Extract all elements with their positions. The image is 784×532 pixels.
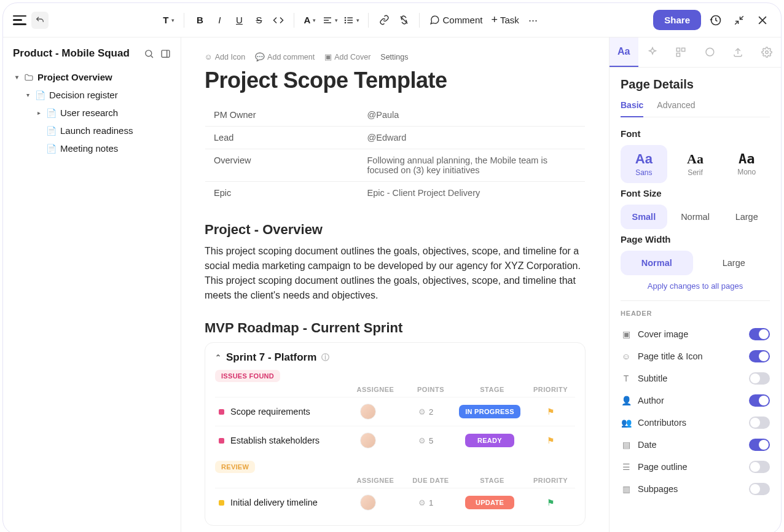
flag-icon[interactable]: ⚑ [547, 407, 555, 417]
underline-button[interactable]: U [230, 10, 248, 30]
font-option-serif[interactable]: AaSerif [672, 145, 719, 183]
apply-all-link[interactable]: Apply changes to all pages [621, 281, 770, 291]
share-button[interactable]: Share [653, 10, 701, 30]
align-menu[interactable]: ▾ [320, 10, 340, 30]
sidebar-item-label: User research [60, 108, 118, 118]
setting-date: ▤Date [621, 434, 770, 456]
fontsize-normal[interactable]: Normal [672, 205, 719, 229]
text-color-menu[interactable]: A▾ [300, 10, 319, 30]
info-val[interactable]: @Edward [359, 127, 586, 149]
stage-badge[interactable]: IN PROGRESS [459, 405, 520, 418]
toggle-outline[interactable] [749, 461, 770, 473]
info-val[interactable]: @Paula [359, 104, 586, 127]
flag-icon[interactable]: ⚑ [547, 436, 555, 445]
subtab-advanced[interactable]: Advanced [657, 100, 695, 117]
svg-point-22 [766, 51, 769, 54]
add-cover-button[interactable]: ▣Add Cover [324, 52, 370, 61]
page-settings-button[interactable]: Settings [380, 52, 408, 61]
strike-button[interactable]: S [249, 10, 268, 30]
sidebar-item-meeting-notes[interactable]: 📄 Meeting notes [33, 139, 173, 157]
panel-tab-ai[interactable] [638, 37, 667, 67]
toggle-subpages[interactable] [749, 483, 770, 495]
fontsize-large[interactable]: Large [723, 205, 770, 229]
panel-tab-export[interactable] [724, 37, 753, 67]
sidebar-item-launch-readiness[interactable]: 📄 Launch readiness [33, 122, 173, 139]
table-row[interactable]: Initial delivery timeline ⚙1 UPDATE ⚑ [215, 488, 575, 517]
comment-icon: 💬 [255, 52, 265, 61]
table-row[interactable]: Scope requirements ⚙2 IN PROGRESS ⚑ [215, 397, 575, 426]
panel-tab-comments[interactable] [696, 37, 724, 67]
avatar[interactable] [360, 495, 376, 510]
collapse-icon[interactable] [731, 12, 748, 29]
svg-line-11 [735, 21, 738, 24]
link-button[interactable] [375, 10, 393, 30]
sprint-header[interactable]: ⌃ Sprint 7 - Platform ⓘ [215, 351, 575, 364]
svg-rect-18 [677, 48, 680, 51]
group-badge-review[interactable]: REVIEW [215, 461, 255, 473]
close-icon[interactable] [754, 12, 771, 29]
task-button[interactable]: +Task [487, 11, 522, 29]
page-title[interactable]: Project Scope Template [205, 68, 586, 93]
toggle-cover-image[interactable] [749, 328, 770, 340]
add-icon-button[interactable]: ☺Add Icon [205, 52, 245, 61]
toggle-subtitle[interactable] [749, 372, 770, 385]
section-font-label: Font [621, 128, 770, 139]
menu-icon[interactable] [13, 15, 26, 25]
more-button[interactable]: ⋯ [524, 10, 543, 30]
toggle-date[interactable] [749, 439, 770, 451]
code-button[interactable] [269, 10, 288, 30]
panel-toggle-icon[interactable] [160, 49, 171, 59]
sidebar-item-decision-register[interactable]: ▾ 📄 Decision register [22, 86, 173, 104]
panel-tab-settings[interactable] [753, 37, 782, 67]
toggle-page-title[interactable] [749, 350, 770, 362]
document-main: ☺Add Icon 💬Add comment ▣Add Cover Settin… [181, 37, 609, 532]
paragraph[interactable]: This project scoping document outlines t… [205, 244, 586, 303]
svg-rect-20 [677, 53, 680, 57]
undo-button[interactable] [31, 12, 49, 29]
col-priority: PRIORITY [526, 477, 575, 484]
panel-tab-typography[interactable]: Aa [610, 37, 638, 67]
avatar[interactable] [360, 404, 376, 420]
sidebar: Product - Mobile Squad ▾ Project O [3, 37, 181, 532]
toggle-author[interactable] [749, 394, 770, 407]
heading[interactable]: Project - Overview [205, 222, 586, 238]
italic-button[interactable]: I [210, 10, 229, 30]
search-icon[interactable] [144, 49, 154, 59]
fontsize-small[interactable]: Small [621, 205, 667, 229]
info-icon[interactable]: ⓘ [321, 352, 329, 363]
comment-button[interactable]: Comment [426, 12, 486, 28]
heading[interactable]: MVP Roadmap - Current Sprint [205, 320, 586, 336]
toggle-contributors[interactable] [749, 417, 770, 429]
col-priority: PRIORITY [526, 386, 575, 393]
unlink-button[interactable] [394, 10, 413, 30]
bold-button[interactable]: B [190, 10, 209, 30]
task-name: Establish stakeholders [230, 436, 319, 445]
text-style-menu[interactable]: T▾ [159, 10, 178, 30]
sidebar-item-project-overview[interactable]: ▾ Project Overview [10, 68, 173, 86]
font-option-sans[interactable]: AaSans [621, 145, 667, 183]
add-comment-button[interactable]: 💬Add comment [255, 52, 315, 61]
sidebar-item-user-research[interactable]: ▸ 📄 User research [33, 104, 173, 122]
pagewidth-large[interactable]: Large [698, 251, 770, 275]
info-val[interactable]: Following annual planning, the Mobile te… [359, 149, 586, 182]
list-menu[interactable]: ▾ [342, 10, 362, 30]
user-icon: 👤 [621, 396, 632, 405]
history-icon[interactable] [707, 12, 724, 29]
table-header: ASSIGNEE DUE DATE STAGE PRIORITY [215, 473, 575, 488]
file-icon: 📄 [46, 144, 57, 154]
stage-badge[interactable]: UPDATE [465, 496, 514, 509]
table-row[interactable]: Establish stakeholders ⚙5 READY ⚑ [215, 426, 575, 455]
flag-icon[interactable]: ⚑ [547, 498, 555, 507]
avatar[interactable] [360, 432, 376, 448]
info-val[interactable]: Epic - Client Project Delivery [359, 182, 586, 205]
section-fontsize-label: Font Size [621, 188, 770, 198]
setting-subpages: ▥Subpages [621, 478, 770, 500]
col-points: POINTS [403, 386, 458, 393]
font-option-mono[interactable]: AaMono [723, 145, 770, 183]
stage-badge[interactable]: READY [465, 434, 514, 447]
group-badge-issues[interactable]: ISSUES FOUND [215, 370, 280, 382]
section-width-label: Page Width [621, 234, 770, 244]
panel-tab-blocks[interactable] [667, 37, 696, 67]
subtab-basic[interactable]: Basic [621, 100, 643, 117]
pagewidth-normal[interactable]: Normal [621, 251, 693, 275]
